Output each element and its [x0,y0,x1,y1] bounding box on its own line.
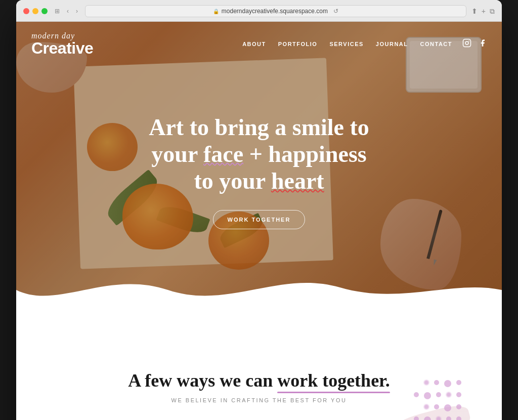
website-content: modern day Creative ABOUT PORTFOLIO SERV… [16,22,502,420]
url-text: moderndaycreativefe.squarespace.com [222,8,328,15]
instagram-icon[interactable] [462,38,471,50]
traffic-light-green[interactable] [41,8,48,14]
facebook-icon[interactable] [479,38,487,50]
dot [456,404,461,409]
dot [444,404,451,411]
logo-bold: Creative [31,40,93,56]
dot [414,416,419,420]
back-button[interactable]: ‹ [65,7,71,16]
nav-journal[interactable]: JOURNAL [376,41,408,47]
nav-links: ABOUT PORTFOLIO SERVICES JOURNAL CONTACT [242,41,452,47]
nav-about[interactable]: ABOUT [242,41,266,47]
dot [446,416,451,420]
hero-headline: Art to bring a smile to your face + happ… [138,114,380,195]
browser-window: ⊞ ‹ › 🔒 moderndaycreativefe.squarespace.… [16,0,502,420]
dot [456,416,461,420]
work-together-underline: work together. [277,370,390,391]
share-icon[interactable]: ⬆ [471,7,478,15]
dot-row-4 [401,416,461,420]
dot [424,392,431,399]
traffic-lights [23,8,48,14]
hero-section: modern day Creative ABOUT PORTFOLIO SERV… [16,22,502,310]
dot-row-3 [401,404,461,411]
wave-divider [16,309,502,350]
nav-social-links [462,38,487,50]
hero-heart-text: heart [271,168,324,194]
dot-row-1 [401,380,461,387]
dot [436,416,441,420]
traffic-light-red[interactable] [23,8,29,14]
reload-icon[interactable]: ↺ [333,8,338,15]
hero-line-3: to your heart [194,168,324,194]
nav-services[interactable]: SERVICES [329,41,363,47]
site-navigation: modern day Creative ABOUT PORTFOLIO SERV… [16,22,502,66]
dot [424,380,429,385]
forward-button[interactable]: › [74,7,80,16]
dot [434,380,439,385]
svg-point-2 [468,40,469,41]
work-together-button[interactable]: WORK TOGETHER [213,210,306,229]
dot [434,404,439,409]
hero-content: Art to bring a smile to your face + happ… [138,114,380,229]
dot [446,392,451,397]
dot [456,380,461,385]
browser-actions: ⬆ + ⧉ [471,7,495,16]
nav-contact[interactable]: CONTACT [420,41,452,47]
dot [436,392,441,397]
dot [456,392,461,397]
address-bar[interactable]: 🔒 moderndaycreativefe.squarespace.com ↺ [85,5,466,17]
lock-icon: 🔒 [213,9,219,14]
tab-overview-icon[interactable]: ⧉ [490,7,495,16]
browser-nav-controls: ⊞ ‹ › [53,7,80,16]
hero-line-1: Art to bring a smile to [149,114,369,140]
svg-rect-0 [463,39,471,47]
traffic-light-yellow[interactable] [32,8,38,14]
dot [444,380,451,387]
hero-face-text: face [203,141,243,167]
dot-row-2 [401,392,461,399]
browser-chrome: ⊞ ‹ › 🔒 moderndaycreativefe.squarespace.… [16,0,502,22]
dot [414,392,419,397]
dot [424,404,429,409]
new-tab-icon[interactable]: + [482,7,486,15]
hero-line-2: your face + happiness [151,141,366,167]
site-logo[interactable]: modern day Creative [31,32,93,56]
svg-point-1 [465,41,468,45]
dot [424,416,431,420]
dots-decoration [401,380,461,420]
below-fold-section: A few ways we can work together. WE BELI… [16,350,502,420]
nav-portfolio[interactable]: PORTFOLIO [278,41,318,47]
sidebar-toggle-icon[interactable]: ⊞ [53,7,62,16]
